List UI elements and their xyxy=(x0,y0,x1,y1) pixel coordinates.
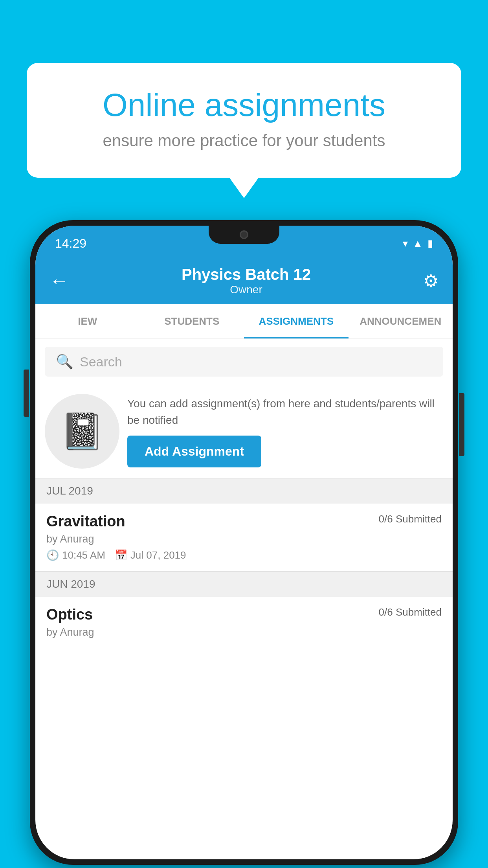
assignment-time-gravitation: 10:45 AM xyxy=(62,549,105,561)
app-bar-title-container: Physics Batch 12 Owner xyxy=(182,266,311,296)
tab-iew[interactable]: IEW xyxy=(35,304,140,338)
month-separator-jul: JUL 2019 xyxy=(35,478,453,504)
battery-icon: ▮ xyxy=(427,237,433,250)
assignment-item-optics[interactable]: Optics 0/6 Submitted by Anurag xyxy=(35,597,453,652)
phone-screen: 14:29 ▾ ▲ ▮ ← Physics Batch 12 Owner ⚙ xyxy=(35,226,453,859)
tab-announcements[interactable]: ANNOUNCEMEN xyxy=(349,304,453,338)
assignment-name-optics: Optics xyxy=(46,606,93,623)
promo-description: You can add assignment(s) from here and … xyxy=(127,395,443,428)
assignment-row1: Gravitation 0/6 Submitted xyxy=(46,513,442,530)
tab-assignments[interactable]: ASSIGNMENTS xyxy=(244,304,349,338)
clock-icon: 🕙 xyxy=(46,549,59,561)
status-time: 14:29 xyxy=(55,236,86,251)
search-bar[interactable]: 🔍 Search xyxy=(45,347,443,377)
calendar-icon: 📅 xyxy=(115,549,127,561)
app-bar-subtitle: Owner xyxy=(182,283,311,296)
search-placeholder-text: Search xyxy=(80,354,122,370)
tab-students[interactable]: STUDENTS xyxy=(140,304,244,338)
assignment-author-gravitation: by Anurag xyxy=(46,533,442,545)
month-label-jun: JUN 2019 xyxy=(46,578,95,590)
promo-icon-circle: 📓 xyxy=(45,394,119,469)
promo-text-area: You can add assignment(s) from here and … xyxy=(127,395,443,467)
search-icon: 🔍 xyxy=(56,353,73,370)
signal-icon: ▲ xyxy=(413,237,423,250)
phone-outer: 14:29 ▾ ▲ ▮ ← Physics Batch 12 Owner ⚙ xyxy=(30,220,458,865)
app-bar-title: Physics Batch 12 xyxy=(182,266,311,283)
assignment-date-gravitation: Jul 07, 2019 xyxy=(130,549,186,561)
assignment-status-optics: 0/6 Submitted xyxy=(379,606,442,618)
tab-announcements-label: ANNOUNCEMEN xyxy=(360,315,441,327)
add-assignment-button[interactable]: Add Assignment xyxy=(127,436,261,467)
month-label-jul: JUL 2019 xyxy=(46,485,93,497)
speech-bubble-title: Online assignments xyxy=(58,86,430,123)
app-bar: ← Physics Batch 12 Owner ⚙ xyxy=(35,257,453,304)
settings-icon[interactable]: ⚙ xyxy=(423,271,438,291)
notch-camera xyxy=(240,230,248,239)
notebook-icon: 📓 xyxy=(60,411,104,452)
assignment-author-optics: by Anurag xyxy=(46,626,442,638)
assignment-row1-optics: Optics 0/6 Submitted xyxy=(46,606,442,623)
tabs-bar: IEW STUDENTS ASSIGNMENTS ANNOUNCEMEN xyxy=(35,304,453,339)
month-separator-jun: JUN 2019 xyxy=(35,571,453,597)
speech-bubble-subtitle: ensure more practice for your students xyxy=(58,131,430,150)
promo-section: 📓 You can add assignment(s) from here an… xyxy=(35,384,453,478)
meta-date-gravitation: 📅 Jul 07, 2019 xyxy=(115,549,186,561)
tab-assignments-label: ASSIGNMENTS xyxy=(259,315,334,327)
assignment-name-gravitation: Gravitation xyxy=(46,513,125,530)
wifi-icon: ▾ xyxy=(403,237,408,250)
phone-wrapper: 14:29 ▾ ▲ ▮ ← Physics Batch 12 Owner ⚙ xyxy=(30,220,458,865)
search-bar-container: 🔍 Search xyxy=(35,339,453,384)
tab-iew-label: IEW xyxy=(78,315,97,327)
assignment-status-gravitation: 0/6 Submitted xyxy=(379,513,442,525)
assignment-meta-gravitation: 🕙 10:45 AM 📅 Jul 07, 2019 xyxy=(46,549,442,561)
speech-bubble-container: Online assignments ensure more practice … xyxy=(27,63,461,178)
status-icons: ▾ ▲ ▮ xyxy=(403,237,433,250)
back-button[interactable]: ← xyxy=(50,269,69,292)
assignment-item-gravitation[interactable]: Gravitation 0/6 Submitted by Anurag 🕙 10… xyxy=(35,504,453,571)
tab-students-label: STUDENTS xyxy=(164,315,219,327)
speech-bubble: Online assignments ensure more practice … xyxy=(27,63,461,178)
notch xyxy=(209,226,279,244)
meta-time-gravitation: 🕙 10:45 AM xyxy=(46,549,105,561)
